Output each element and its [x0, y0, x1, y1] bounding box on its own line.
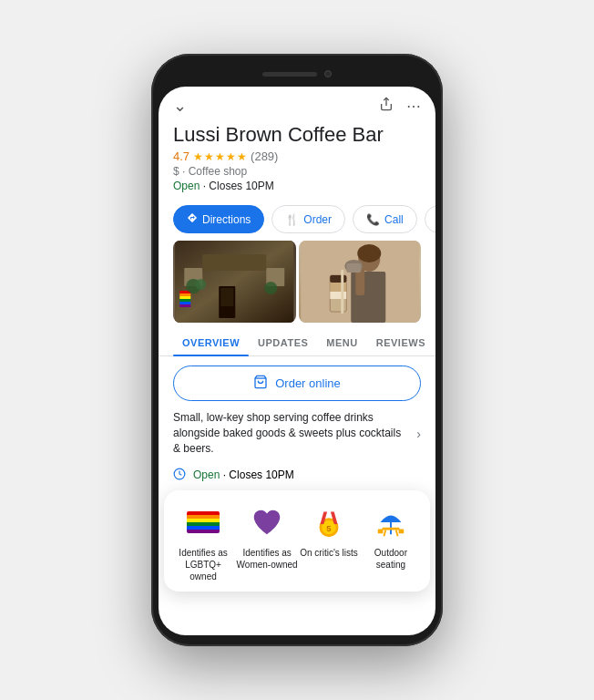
star-5: ★ — [237, 150, 247, 163]
rating-number: 4.7 — [173, 149, 189, 163]
svg-rect-37 — [382, 527, 399, 530]
outdoor-label: Outdoor seating — [360, 547, 422, 571]
hours-info-text: Open · Closes 10PM — [193, 468, 294, 481]
svg-rect-13 — [179, 304, 190, 307]
svg-rect-11 — [179, 299, 190, 302]
tab-menu[interactable]: MENU — [317, 330, 366, 355]
svg-line-38 — [384, 530, 385, 536]
description-row: Small, low-key shop serving coffee drink… — [159, 410, 435, 463]
svg-rect-4 — [220, 288, 233, 306]
phone-device: ⌄ ⋯ Lussi Brown Coffee Bar 4.7 — [151, 54, 443, 646]
svg-rect-23 — [330, 283, 346, 292]
medal-icon-wrap: 5 — [310, 503, 348, 541]
tab-overview[interactable]: OVERVIEW — [173, 330, 249, 355]
star-1: ★ — [193, 150, 203, 163]
svg-rect-12 — [179, 302, 190, 304]
category: $ · Coffee shop — [173, 165, 421, 178]
open-status: Open — [173, 180, 200, 192]
more-options-icon[interactable]: ⋯ — [406, 98, 421, 115]
women-label: Identifies as Women-owned — [236, 547, 298, 571]
star-2: ★ — [204, 150, 214, 163]
attributes-card: Identifies as LGBTQ+ owned Identifies as… — [164, 490, 430, 592]
business-section: Lussi Brown Coffee Bar 4.7 ★ ★ ★ ★ ★ (28… — [159, 119, 435, 200]
rating-row: 4.7 ★ ★ ★ ★ ★ (289) — [173, 149, 421, 163]
star-4: ★ — [226, 150, 236, 163]
svg-rect-7 — [202, 254, 266, 271]
women-icon-wrap — [248, 503, 286, 541]
chevron-right-icon[interactable]: › — [416, 427, 421, 441]
phone-camera — [324, 70, 332, 77]
order-button[interactable]: 🍴 Order — [271, 205, 345, 233]
svg-rect-25 — [341, 270, 343, 314]
svg-rect-24 — [330, 292, 346, 299]
medal-icon: 5 — [312, 505, 346, 540]
photo-right[interactable] — [299, 241, 422, 323]
directions-button[interactable]: Directions — [173, 205, 264, 233]
svg-text:5: 5 — [326, 522, 332, 532]
tabs-row: OVERVIEW UPDATES MENU REVIEWS — [159, 330, 435, 356]
tab-updates[interactable]: UPDATES — [249, 330, 317, 355]
call-icon: 📞 — [366, 213, 380, 226]
attribute-women-owned[interactable]: Identifies as Women-owned — [236, 503, 298, 571]
tab-reviews[interactable]: REVIEWS — [367, 330, 435, 355]
photos-row — [159, 241, 435, 330]
share-icon[interactable] — [379, 97, 394, 115]
critics-label: On critic's lists — [300, 547, 358, 559]
clock-icon — [173, 468, 186, 483]
directions-icon — [187, 212, 198, 226]
order-icon: 🍴 — [285, 213, 299, 226]
phone-notch — [159, 65, 435, 83]
svg-rect-41 — [398, 529, 404, 533]
svg-line-39 — [396, 530, 398, 536]
svg-rect-28 — [346, 263, 361, 273]
svg-point-15 — [195, 279, 206, 290]
order-label: Order — [303, 213, 332, 226]
call-button[interactable]: 📞 Call — [353, 205, 417, 233]
top-bar: ⌄ ⋯ — [159, 87, 435, 119]
svg-rect-22 — [330, 275, 346, 283]
pride-flag-icon — [187, 511, 220, 533]
back-arrow-icon[interactable]: ⌄ — [173, 96, 187, 116]
svg-point-19 — [357, 244, 381, 262]
lgbtq-icon-wrap — [184, 503, 222, 541]
closing-hours: · Closes 10PM — [203, 180, 274, 192]
attribute-critics[interactable]: 5 On critic's lists — [300, 503, 358, 559]
attribute-outdoor[interactable]: Outdoor seating — [360, 503, 422, 571]
outdoor-seating-icon — [374, 505, 408, 540]
phone-speaker — [262, 72, 317, 77]
svg-rect-9 — [179, 293, 190, 296]
top-icons: ⋯ — [379, 97, 421, 115]
hours-row: Open · Closes 10PM — [173, 180, 421, 192]
review-count: (289) — [251, 149, 278, 163]
order-online-button[interactable]: Order online — [173, 365, 421, 401]
order-online-icon — [253, 375, 268, 392]
screen-content: ⌄ ⋯ Lussi Brown Coffee Bar 4.7 — [159, 87, 435, 635]
description-text: Small, low-key shop serving coffee drink… — [173, 410, 409, 456]
svg-point-16 — [264, 282, 277, 294]
order-online-label: Order online — [275, 376, 341, 390]
star-3: ★ — [215, 150, 225, 163]
svg-rect-40 — [378, 529, 384, 533]
call-label: Call — [384, 213, 404, 226]
action-buttons: Directions 🍴 Order 📞 Call 🔖 Sa... — [159, 200, 435, 241]
hours-info-row: Open · Closes 10PM — [159, 464, 435, 490]
attribute-lgbtq[interactable]: Identifies as LGBTQ+ owned — [172, 503, 234, 582]
photo-left[interactable] — [173, 241, 296, 323]
stars: ★ ★ ★ ★ ★ — [193, 150, 247, 163]
lgbtq-label: Identifies as LGBTQ+ owned — [172, 547, 234, 582]
phone-screen: ⌄ ⋯ Lussi Brown Coffee Bar 4.7 — [159, 87, 435, 635]
svg-rect-10 — [179, 296, 190, 299]
outdoor-icon-wrap — [372, 503, 410, 541]
save-button[interactable]: 🔖 Sa... — [425, 205, 435, 233]
hours-open-status: Open — [193, 468, 220, 481]
hours-close-text: · Closes 10PM — [223, 468, 294, 481]
business-name: Lussi Brown Coffee Bar — [173, 123, 421, 147]
directions-label: Directions — [202, 213, 251, 226]
heart-icon — [250, 505, 284, 540]
